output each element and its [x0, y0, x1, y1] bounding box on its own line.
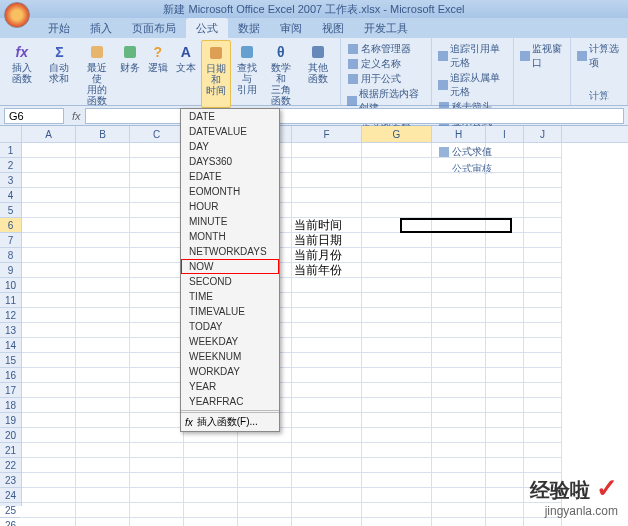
cell-I8[interactable] — [486, 248, 524, 263]
cell-I2[interactable] — [486, 158, 524, 173]
ribbon-lookup[interactable]: 查找与引用 — [233, 40, 261, 108]
cell-F14[interactable] — [292, 338, 362, 353]
cell-E23[interactable] — [238, 473, 292, 488]
cell-G24[interactable] — [362, 488, 432, 503]
cell-A22[interactable] — [22, 458, 76, 473]
cell-H26[interactable] — [432, 518, 486, 526]
cell-B14[interactable] — [76, 338, 130, 353]
cell-A6[interactable] — [22, 218, 76, 233]
cell-F9[interactable]: 当前年份 — [292, 263, 362, 278]
row-header-11[interactable]: 11 — [0, 293, 21, 308]
cell-F7[interactable]: 当前日期 — [292, 233, 362, 248]
fn-weekday[interactable]: WEEKDAY — [181, 334, 279, 349]
row-header-13[interactable]: 13 — [0, 323, 21, 338]
cell-B25[interactable] — [76, 503, 130, 518]
cell-I25[interactable] — [486, 503, 524, 518]
cell-C24[interactable] — [130, 488, 184, 503]
name-box[interactable]: G6 — [4, 108, 64, 124]
cell-J22[interactable] — [524, 458, 562, 473]
tab-插入[interactable]: 插入 — [80, 18, 122, 38]
cell-H12[interactable] — [432, 308, 486, 323]
row-header-18[interactable]: 18 — [0, 398, 21, 413]
tab-公式[interactable]: 公式 — [186, 18, 228, 38]
row-header-17[interactable]: 17 — [0, 383, 21, 398]
row-header-19[interactable]: 19 — [0, 413, 21, 428]
cell-H23[interactable] — [432, 473, 486, 488]
cell-A18[interactable] — [22, 398, 76, 413]
cell-G3[interactable] — [362, 173, 432, 188]
ribbon-autosum[interactable]: Σ自动求和 — [42, 40, 78, 108]
cell-J10[interactable] — [524, 278, 562, 293]
row-header-16[interactable]: 16 — [0, 368, 21, 383]
row-header-22[interactable]: 22 — [0, 458, 21, 473]
tab-审阅[interactable]: 审阅 — [270, 18, 312, 38]
col-header-J[interactable]: J — [524, 126, 562, 142]
ribbon-math[interactable]: θ数学和三角函数 — [263, 40, 299, 108]
cell-B22[interactable] — [76, 458, 130, 473]
cell-F4[interactable] — [292, 188, 362, 203]
cell-H14[interactable] — [432, 338, 486, 353]
cell-G6[interactable] — [362, 218, 432, 233]
insert-function-link[interactable]: fx 插入函数(F)... — [181, 412, 279, 431]
fn-hour[interactable]: HOUR — [181, 199, 279, 214]
cell-H19[interactable] — [432, 413, 486, 428]
fn-days360[interactable]: DAYS360 — [181, 154, 279, 169]
row-header-9[interactable]: 9 — [0, 263, 21, 278]
cell-F3[interactable] — [292, 173, 362, 188]
fn-second[interactable]: SECOND — [181, 274, 279, 289]
cell-H20[interactable] — [432, 428, 486, 443]
cell-J13[interactable] — [524, 323, 562, 338]
cell-E21[interactable] — [238, 443, 292, 458]
row-header-7[interactable]: 7 — [0, 233, 21, 248]
cell-H25[interactable] — [432, 503, 486, 518]
cell-A23[interactable] — [22, 473, 76, 488]
cell-A3[interactable] — [22, 173, 76, 188]
cell-D24[interactable] — [184, 488, 238, 503]
cell-I21[interactable] — [486, 443, 524, 458]
cell-A8[interactable] — [22, 248, 76, 263]
cell-A1[interactable] — [22, 143, 76, 158]
cell-C12[interactable] — [130, 308, 184, 323]
cell-H6[interactable] — [432, 218, 486, 233]
cell-I5[interactable] — [486, 203, 524, 218]
tab-视图[interactable]: 视图 — [312, 18, 354, 38]
cell-F21[interactable] — [292, 443, 362, 458]
cell-F12[interactable] — [292, 308, 362, 323]
fn-weeknum[interactable]: WEEKNUM — [181, 349, 279, 364]
cell-B7[interactable] — [76, 233, 130, 248]
cell-G4[interactable] — [362, 188, 432, 203]
cell-F18[interactable] — [292, 398, 362, 413]
cell-G12[interactable] — [362, 308, 432, 323]
fn-workday[interactable]: WORKDAY — [181, 364, 279, 379]
cell-E26[interactable] — [238, 518, 292, 526]
ribbon-datetime[interactable]: 日期和时间 — [201, 40, 231, 108]
ribbon-watch[interactable]: 监视窗口 — [520, 42, 564, 70]
cell-H21[interactable] — [432, 443, 486, 458]
cell-F8[interactable]: 当前月份 — [292, 248, 362, 263]
cell-J3[interactable] — [524, 173, 562, 188]
cell-F5[interactable] — [292, 203, 362, 218]
cell-A15[interactable] — [22, 353, 76, 368]
cell-C5[interactable] — [130, 203, 184, 218]
cell-C20[interactable] — [130, 428, 184, 443]
row-header-24[interactable]: 24 — [0, 488, 21, 503]
cell-H22[interactable] — [432, 458, 486, 473]
cell-F17[interactable] — [292, 383, 362, 398]
office-button[interactable] — [4, 2, 30, 28]
cell-G1[interactable] — [362, 143, 432, 158]
col-header-H[interactable]: H — [432, 126, 486, 142]
cell-G22[interactable] — [362, 458, 432, 473]
cell-G9[interactable] — [362, 263, 432, 278]
cell-J6[interactable] — [524, 218, 562, 233]
cell-A24[interactable] — [22, 488, 76, 503]
cell-A19[interactable] — [22, 413, 76, 428]
cell-A25[interactable] — [22, 503, 76, 518]
cell-G8[interactable] — [362, 248, 432, 263]
cell-G23[interactable] — [362, 473, 432, 488]
cell-C7[interactable] — [130, 233, 184, 248]
col-header-A[interactable]: A — [22, 126, 76, 142]
cell-A12[interactable] — [22, 308, 76, 323]
cell-D26[interactable] — [184, 518, 238, 526]
cell-B10[interactable] — [76, 278, 130, 293]
cell-H24[interactable] — [432, 488, 486, 503]
